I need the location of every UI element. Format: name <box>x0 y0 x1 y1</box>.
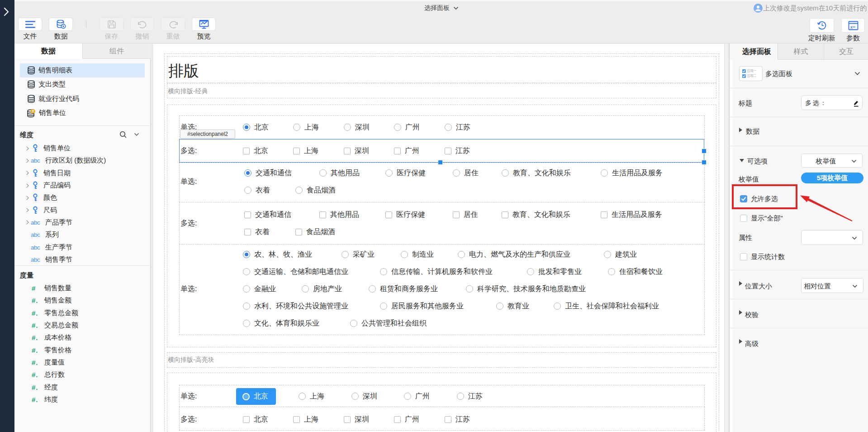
svg-text:x=: x= <box>850 24 855 29</box>
